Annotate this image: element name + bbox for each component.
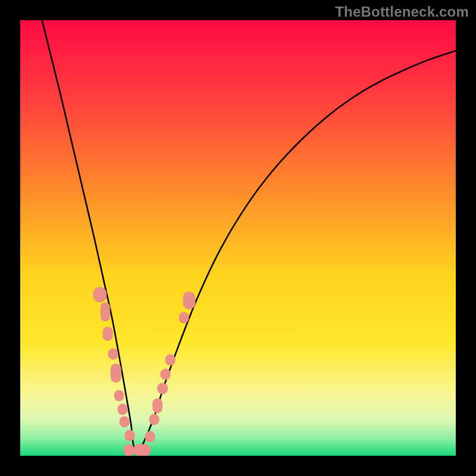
- data-marker: [149, 414, 159, 425]
- bottleneck-curve: [20, 20, 456, 456]
- data-marker: [93, 287, 107, 302]
- data-marker: [124, 430, 134, 441]
- data-marker: [179, 312, 189, 323]
- watermark-text: TheBottleneck.com: [335, 4, 469, 20]
- data-marker: [133, 444, 151, 456]
- data-marker: [152, 398, 163, 413]
- data-marker: [101, 303, 110, 321]
- data-marker: [160, 369, 170, 380]
- data-marker: [111, 364, 121, 383]
- data-marker: [108, 349, 118, 360]
- data-marker: [145, 431, 155, 442]
- data-marker: [165, 354, 175, 365]
- data-marker: [158, 383, 168, 394]
- chart-stage: TheBottleneck.com: [0, 0, 476, 476]
- plot-area: [20, 20, 456, 456]
- data-marker: [114, 390, 124, 401]
- data-marker: [183, 292, 195, 309]
- data-marker: [118, 403, 128, 415]
- data-marker: [103, 327, 113, 341]
- data-marker: [120, 416, 130, 427]
